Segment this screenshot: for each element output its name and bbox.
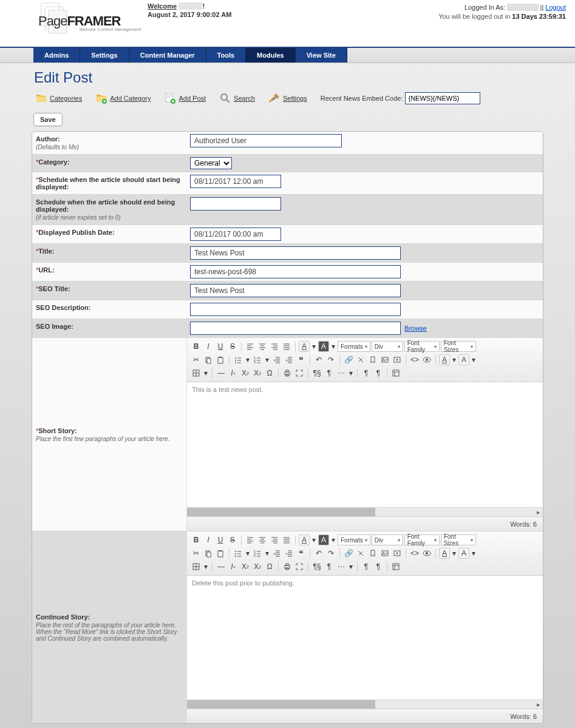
backcolor-caret-icon[interactable]: ▾ [330, 341, 336, 352]
table-caret-icon[interactable]: ▾ [203, 368, 209, 379]
table-caret-icon[interactable]: ▾ [203, 561, 209, 572]
copy-icon[interactable] [203, 354, 214, 365]
nonbreaking-icon[interactable]: ¶ [324, 561, 335, 572]
publish-date-input[interactable] [190, 228, 281, 241]
redo-icon[interactable]: ↷ [325, 548, 336, 559]
ltr-icon[interactable]: ¶ [361, 561, 372, 572]
fullscreen-icon[interactable] [294, 561, 305, 572]
template-icon[interactable] [390, 561, 401, 572]
settings-tool[interactable]: Settings [268, 92, 307, 104]
redo-icon[interactable]: ↷ [325, 354, 336, 365]
seo-title-input[interactable] [190, 284, 401, 297]
print-icon[interactable] [282, 368, 293, 379]
justify-icon[interactable] [281, 341, 292, 352]
textcolor2-caret-icon[interactable]: ▾ [451, 548, 457, 559]
add-category-tool[interactable]: Add Category [95, 92, 151, 104]
fullscreen-icon[interactable] [294, 368, 305, 379]
template-icon[interactable] [390, 368, 401, 379]
pagebreak-caret-icon[interactable]: ▾ [348, 561, 354, 572]
bullet-list-icon[interactable] [233, 548, 243, 559]
tab-settings[interactable]: Settings [80, 48, 129, 62]
strike-icon[interactable]: S [227, 341, 238, 352]
undo-icon[interactable]: ↶ [313, 548, 324, 559]
textcolor2-caret-icon[interactable]: ▾ [451, 354, 457, 365]
media-icon[interactable] [392, 548, 403, 559]
copy-icon[interactable] [203, 548, 214, 559]
backcolor-icon[interactable]: A [318, 341, 329, 352]
underline-icon[interactable]: U [215, 534, 226, 545]
italic-icon[interactable]: I [203, 534, 214, 545]
font-sizes-dropdown[interactable]: Font Sizes▾ [441, 534, 476, 545]
blockquote-icon[interactable]: ❝ [296, 548, 307, 559]
font-family-dropdown[interactable]: Font Family▾ [404, 534, 440, 545]
tab-modules[interactable]: Modules [246, 48, 296, 62]
subscript-icon[interactable]: X2 [240, 561, 251, 572]
table-icon[interactable] [191, 368, 202, 379]
unlink-icon[interactable] [355, 548, 366, 559]
textcolor2-icon[interactable]: A [439, 548, 450, 559]
bullet-list-caret-icon[interactable]: ▾ [245, 548, 251, 559]
bookmark-icon[interactable] [367, 354, 378, 365]
seo-image-input[interactable] [190, 322, 401, 335]
block-format-dropdown[interactable]: Div▾ [372, 341, 403, 352]
link-icon[interactable]: 🔗 [343, 548, 354, 559]
bullet-list-icon[interactable] [233, 354, 243, 365]
special-char-icon[interactable]: Ω [264, 368, 275, 379]
align-center-icon[interactable] [257, 341, 268, 352]
author-input[interactable] [190, 134, 342, 147]
bold-icon[interactable]: B [191, 534, 202, 545]
link-icon[interactable]: 🔗 [343, 354, 354, 365]
tab-admins[interactable]: Admins [33, 48, 80, 62]
ltr-icon[interactable]: ¶ [361, 368, 372, 379]
pagebreak-caret-icon[interactable]: ▾ [348, 368, 354, 379]
browse-link[interactable]: Browse [404, 325, 427, 332]
forecolor-icon[interactable]: A [299, 534, 310, 545]
superscript-icon[interactable]: X2 [252, 368, 263, 379]
editor-scrollbar[interactable]: ▸ [187, 699, 543, 709]
forecolor-icon[interactable]: A [299, 341, 310, 352]
textcolor2-icon[interactable]: A [439, 354, 450, 365]
embed-code-input[interactable] [405, 92, 480, 104]
image-icon[interactable] [379, 548, 390, 559]
logout-link[interactable]: Logout [545, 4, 566, 11]
clear-format-icon[interactable]: I× [228, 561, 239, 572]
continued-story-body[interactable]: Delete this post prior to publishing. [187, 576, 543, 699]
align-left-icon[interactable] [245, 534, 256, 545]
undo-icon[interactable]: ↶ [313, 354, 324, 365]
clear-format-icon[interactable]: I× [228, 368, 239, 379]
justify-icon[interactable] [281, 534, 292, 545]
preview-icon[interactable] [421, 354, 432, 365]
table-icon[interactable] [191, 561, 202, 572]
formats-dropdown[interactable]: Formats▾ [338, 341, 370, 352]
media-icon[interactable] [392, 354, 403, 365]
indent-icon[interactable] [284, 354, 294, 365]
align-center-icon[interactable] [257, 534, 268, 545]
tab-tools[interactable]: Tools [206, 48, 247, 62]
tab-content-manager[interactable]: Content Manager [129, 48, 206, 62]
bgcolor2-icon[interactable]: A [458, 354, 469, 365]
forecolor-caret-icon[interactable]: ▾ [311, 534, 317, 545]
indent-icon[interactable] [284, 548, 294, 559]
underline-icon[interactable]: U [215, 341, 226, 352]
schedule-start-input[interactable] [190, 175, 281, 188]
block-format-dropdown[interactable]: Div▾ [372, 534, 403, 545]
special-char-icon[interactable]: Ω [264, 561, 275, 572]
bullet-list-caret-icon[interactable]: ▾ [245, 354, 251, 365]
show-blocks-icon[interactable]: ¶§ [311, 368, 322, 379]
nonbreaking-icon[interactable]: ¶ [324, 368, 335, 379]
bgcolor2-icon[interactable]: A [458, 548, 469, 559]
rtl-icon[interactable]: ¶ [373, 561, 384, 572]
editor-scrollbar[interactable]: ▸ [187, 507, 543, 516]
seo-desc-input[interactable] [190, 303, 401, 316]
unlink-icon[interactable] [355, 354, 366, 365]
number-list-icon[interactable]: 123 [252, 354, 263, 365]
outdent-icon[interactable] [271, 548, 282, 559]
paste-icon[interactable] [215, 354, 226, 365]
paste-icon[interactable] [215, 548, 226, 559]
tab-view-site[interactable]: View Site [296, 48, 347, 62]
italic-icon[interactable]: I [203, 341, 214, 352]
print-icon[interactable] [282, 561, 293, 572]
strike-icon[interactable]: S [227, 534, 238, 545]
short-story-body[interactable]: This is a test news post. [187, 382, 543, 507]
number-list-caret-icon[interactable]: ▾ [264, 548, 270, 559]
